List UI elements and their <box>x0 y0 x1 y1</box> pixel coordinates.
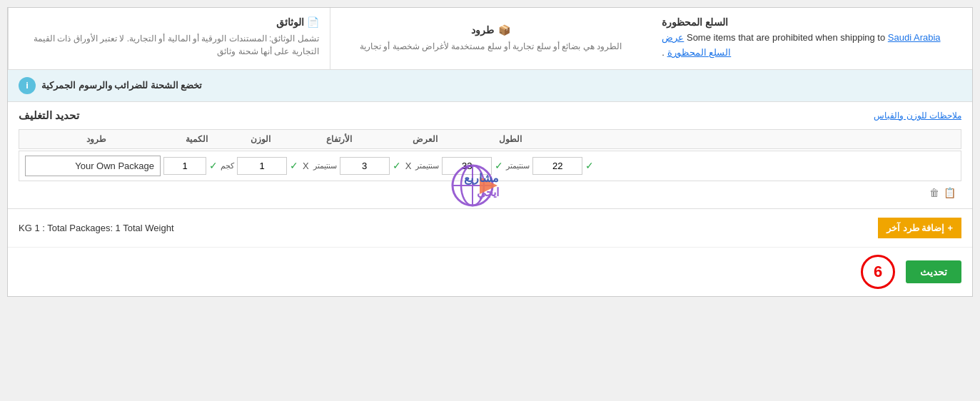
weight-check-icon: ✓ <box>290 160 298 171</box>
packaging-header: ملاحظات للوزن والقياس تحديد التغليف <box>19 109 961 122</box>
update-button[interactable]: تحديث <box>906 260 961 283</box>
weight-cell: ✓ كجم <box>221 157 298 175</box>
documents-column: 📄 الوثائق تشمل الوثائق: المستندات الورقي… <box>8 8 330 69</box>
col-height: الأرتفاع <box>296 134 382 144</box>
table-header: طرود الكمية الوزن الأرتفاع العرض الطول <box>19 129 961 149</box>
height-unit: سنتيمتر <box>313 161 337 171</box>
qty-check-icon: ✓ <box>209 160 218 171</box>
step-badge: 6 <box>861 255 895 289</box>
weight-unit: كجم <box>221 161 234 171</box>
packaging-title: تحديد التغليف <box>19 109 79 122</box>
copy-icon[interactable]: 📋 <box>944 187 956 198</box>
packaging-section: ملاحظات للوزن والقياس تحديد التغليف طرود… <box>8 102 972 208</box>
height-cell: ✓ سنتيمتر X <box>301 157 401 175</box>
height-check-icon: ✓ <box>393 160 401 171</box>
col-qty: الكمية <box>168 134 225 144</box>
length-input[interactable] <box>532 157 582 175</box>
qty-input[interactable] <box>163 157 206 175</box>
width-check-icon: ✓ <box>495 160 503 171</box>
add-package-button[interactable]: + إضافة طرد آخر <box>878 218 961 238</box>
parcels-column: 📦 طرود الطرود هي بضائع أو سلع تجارية أو … <box>330 8 652 69</box>
info-icon[interactable]: i <box>19 77 36 94</box>
delete-icon[interactable]: 🗑 <box>929 187 939 198</box>
parcels-description: الطرود هي بضائع أو سلع تجارية أو سلع مست… <box>360 40 622 53</box>
summary-text: KG 1 : Total Packages: 1 Total Weight <box>19 223 867 233</box>
prohibited-title: السلع المحظورة <box>662 16 961 28</box>
width-input[interactable] <box>442 157 492 175</box>
weight-input[interactable] <box>237 157 287 175</box>
height-input[interactable] <box>340 157 390 175</box>
length-cell: ✓ سنتيمتر <box>506 157 594 175</box>
x-separator-1: X <box>303 161 309 171</box>
x-separator-2: X <box>405 161 412 171</box>
prohibited-column: السلع المحظورة Some items that are prohi… <box>651 8 972 69</box>
plus-icon: + <box>947 223 953 233</box>
col-parcel: طرود <box>25 134 168 144</box>
top-section: 📄 الوثائق تشمل الوثائق: المستندات الورقي… <box>8 8 972 70</box>
qty-cell: ✓ <box>163 157 218 175</box>
parcels-title: 📦 طرود <box>471 24 510 36</box>
prohibited-text: Some items that are prohibited when ship… <box>662 31 961 61</box>
tax-bar: تخضع الشحنة للضرائب والرسوم الجمركية i <box>8 70 972 102</box>
width-cell: ✓ سنتيمتر X <box>404 157 504 175</box>
width-unit: سنتيمتر <box>415 161 439 171</box>
col-width: العرض <box>382 134 468 144</box>
prohibited-line1: Some items that are prohibited when ship… <box>687 32 885 43</box>
prohibited-line2[interactable]: Saudi Arabia <box>888 32 941 43</box>
bottom-bar: KG 1 : Total Packages: 1 Total Weight + … <box>8 208 972 247</box>
main-container: 📄 الوثائق تشمل الوثائق: المستندات الورقي… <box>7 7 973 297</box>
documents-description: تشمل الوثائق: المستندات الورقية أو المال… <box>19 32 319 58</box>
parcel-icon: 📦 <box>498 24 510 36</box>
footer-row: تحديث 6 <box>8 247 972 296</box>
action-row: 📋 🗑 <box>19 184 961 201</box>
documents-title: 📄 الوثائق <box>19 16 319 28</box>
weight-note-link[interactable]: ملاحظات للوزن والقياس <box>874 111 961 121</box>
parcel-name-cell <box>25 156 161 176</box>
col-length: الطول <box>468 134 553 144</box>
length-check-icon: ✓ <box>585 160 594 171</box>
tax-text: تخضع الشحنة للضرائب والرسوم الجمركية <box>41 80 202 91</box>
length-unit: سنتيمتر <box>506 161 530 171</box>
col-weight: الوزن <box>225 134 296 144</box>
package-input-row: ✓ ✓ كجم ✓ سنتيمتر X ✓ <box>19 151 961 181</box>
parcel-name-input[interactable] <box>25 156 161 176</box>
doc-icon: 📄 <box>307 16 319 28</box>
